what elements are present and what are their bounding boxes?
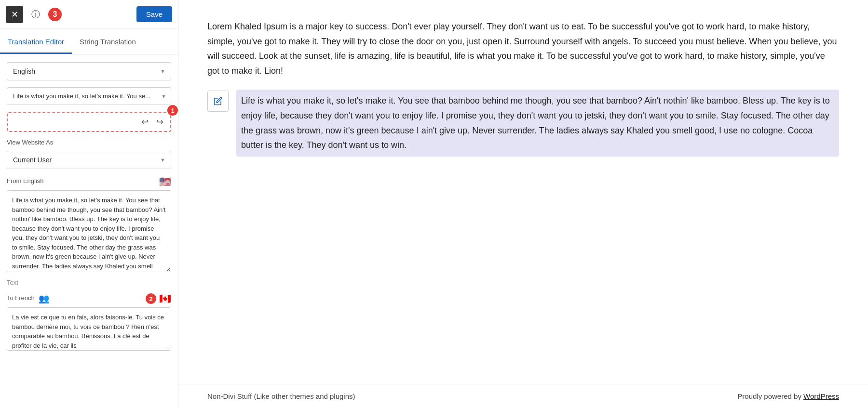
source-textarea[interactable]: Life is what you make it, so let's make … (7, 190, 171, 272)
view-as-select[interactable]: Current User Logged Out User Admin (7, 151, 171, 169)
highlighted-text-block: Life is what you make it, so let's make … (236, 90, 839, 156)
language-select-wrapper: English French Spanish German (7, 62, 171, 80)
view-website-section: View Website As Current User Logged Out … (7, 139, 171, 169)
string-select[interactable]: Life is what you make it, so let's make … (7, 87, 171, 105)
from-section: From English 🇺🇸 Life is what you make it… (7, 176, 171, 272)
to-section-header: To French 👥 2 🇨🇦 (7, 293, 171, 304)
view-as-select-wrapper: Current User Logged Out User Admin (7, 151, 171, 169)
ca-flag-icon: 🇨🇦 (159, 293, 171, 304)
translated-textarea[interactable]: La vie est ce que tu en fais, alors fais… (7, 307, 171, 351)
undo-redo-box: ↩ ↪ (7, 112, 171, 132)
left-panel: ✕ ⓘ 3 Save Translation Editor String Tra… (0, 0, 178, 408)
badge-1: 1 (167, 105, 178, 116)
intro-paragraph: Lorem Khaled Ipsum is a major key to suc… (207, 19, 839, 78)
tab-translation-editor[interactable]: Translation Editor (0, 29, 72, 54)
from-label: From English (7, 177, 44, 184)
string-select-wrapper: Life is what you make it, so let's make … (7, 87, 171, 105)
edit-icon-button[interactable] (207, 91, 229, 112)
view-website-label: View Website As (7, 139, 171, 146)
people-icon: 👥 (39, 293, 49, 304)
text-label: Text (7, 279, 171, 286)
close-button[interactable]: ✕ (6, 6, 23, 23)
right-panel: Lorem Khaled Ipsum is a major key to suc… (178, 0, 868, 408)
to-section-title-group: To French 👥 (7, 293, 49, 304)
from-section-header: From English 🇺🇸 (7, 176, 171, 187)
footer-right-text: Proudly powered by (737, 392, 803, 400)
top-bar: ✕ ⓘ 3 Save (0, 0, 178, 29)
badge-3: 3 (48, 8, 62, 21)
footer-bar: Non-Divi Stuff (Like other themes and pl… (178, 384, 868, 408)
tab-string-translation[interactable]: String Translation (72, 29, 144, 54)
panel-content: English French Spanish German Life is wh… (0, 54, 178, 408)
footer-right: Proudly powered by WordPress (737, 392, 839, 400)
redo-button[interactable]: ↪ (154, 116, 165, 128)
footer-left-text: Non-Divi Stuff (Like other themes and pl… (207, 392, 355, 400)
to-section: To French 👥 2 🇨🇦 La vie est ce que tu en… (7, 293, 171, 351)
pencil-icon (214, 97, 222, 105)
to-label: To French (7, 294, 35, 302)
string-select-container: Life is what you make it, so let's make … (7, 87, 171, 105)
wordpress-link[interactable]: WordPress (803, 392, 839, 400)
content-area: Lorem Khaled Ipsum is a major key to suc… (178, 0, 868, 384)
info-button[interactable]: ⓘ (27, 6, 44, 23)
us-flag-icon: 🇺🇸 (159, 176, 171, 187)
undo-button[interactable]: ↩ (139, 116, 150, 128)
to-section-right: 2 🇨🇦 (146, 293, 171, 304)
highlighted-block: Life is what you make it, so let's make … (207, 90, 839, 156)
save-button[interactable]: Save (136, 6, 172, 22)
language-select[interactable]: English French Spanish German (7, 62, 171, 80)
badge-2: 2 (146, 293, 156, 304)
tabs-bar: Translation Editor String Translation (0, 29, 178, 54)
